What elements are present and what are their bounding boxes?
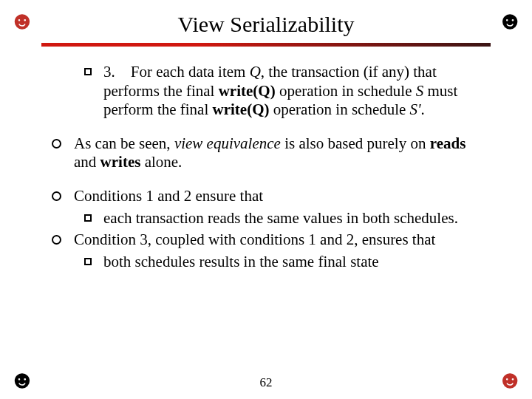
- circle-bullet-icon: [41, 187, 74, 206]
- t: is also based purely on: [281, 134, 430, 152]
- square-bullet-icon: [41, 253, 103, 272]
- bullet-text: Condition 3, coupled with conditions 1 a…: [74, 231, 491, 250]
- write-q-1: write(Q): [219, 82, 276, 100]
- bullet-item-cond3-coupled: Condition 3, coupled with conditions 1 a…: [41, 231, 491, 250]
- var-sp: S': [410, 100, 421, 118]
- circle-bullet-icon: [41, 231, 74, 250]
- bullet-text: Conditions 1 and 2 ensure that: [74, 187, 491, 206]
- t: .: [421, 100, 425, 118]
- var-s: S: [416, 82, 424, 100]
- t: As can be seen,: [74, 134, 174, 152]
- t: operation in schedule: [270, 100, 410, 118]
- bullet-item-cond3: 3. For each data item Q, the transaction…: [41, 63, 491, 120]
- sub-bullet-final-state: both schedules results in the same final…: [41, 253, 491, 272]
- write-q-2: write(Q): [213, 100, 270, 118]
- num: 3.: [103, 63, 115, 81]
- t: alone.: [140, 153, 182, 171]
- reads-word: reads: [430, 134, 466, 152]
- t: operation in schedule: [276, 82, 416, 100]
- bullet-text: 3. For each data item Q, the transaction…: [103, 63, 491, 120]
- title-rule: [41, 43, 491, 47]
- slide-content: 3. For each data item Q, the transaction…: [41, 63, 491, 271]
- bullet-text: each transaction reads the same values i…: [103, 209, 491, 228]
- view-equivalence: view equivalence: [174, 134, 281, 152]
- bullet-item-cond12: Conditions 1 and 2 ensure that: [41, 187, 491, 206]
- circle-bullet-icon: [41, 134, 74, 172]
- bullet-item-view-equiv: As can be seen, view equivalence is also…: [41, 134, 491, 172]
- var-q: Q: [250, 63, 261, 81]
- slide-title: View Serializability: [41, 12, 491, 37]
- writes-word: writes: [100, 153, 141, 171]
- bullet-text: both schedules results in the same final…: [103, 253, 491, 272]
- square-bullet-icon: [41, 63, 103, 120]
- t: For each data item: [131, 63, 250, 81]
- bullet-text: As can be seen, view equivalence is also…: [74, 134, 491, 172]
- page-number: 62: [0, 375, 532, 390]
- t: and: [74, 153, 100, 171]
- slide-container: View Serializability 3. For each data it…: [0, 0, 532, 399]
- square-bullet-icon: [41, 209, 103, 228]
- sub-bullet-read-same: each transaction reads the same values i…: [41, 209, 491, 228]
